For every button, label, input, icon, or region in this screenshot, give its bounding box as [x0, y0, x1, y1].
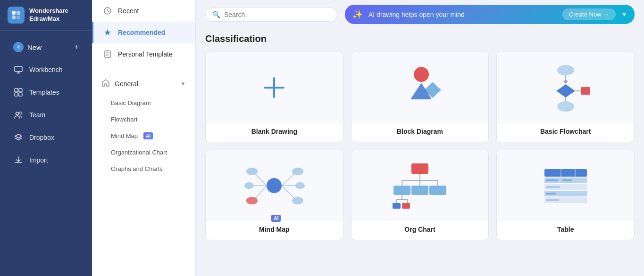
- graphs-charts-label: Graphs and Charts: [111, 165, 163, 172]
- sub-item-flowchart[interactable]: Flowchart: [92, 111, 195, 128]
- card-visual-mindmap: [206, 150, 343, 221]
- svg-point-34: [292, 168, 303, 175]
- svg-rect-23: [581, 87, 590, 95]
- workbench-icon: [13, 65, 24, 75]
- sub-item-mind-map[interactable]: Mind Map AI: [92, 128, 195, 144]
- search-icon: 🔍: [212, 11, 220, 18]
- svg-line-33: [282, 174, 294, 186]
- recommended-label: Recommended: [118, 29, 165, 36]
- search-input[interactable]: [224, 11, 330, 18]
- card-visual-block: [351, 52, 489, 123]
- svg-line-31: [255, 186, 267, 198]
- card-org-chart[interactable]: Org Chart: [351, 150, 489, 240]
- import-icon: [13, 155, 24, 165]
- svg-rect-47: [429, 186, 446, 195]
- mind-map-label: Mind Map: [111, 132, 138, 139]
- card-mind-map[interactable]: Mind Map AI: [205, 150, 343, 240]
- card-visual-table: [497, 150, 634, 221]
- svg-rect-1: [17, 11, 20, 15]
- main-content: 🔍 ✨ AI drawing helps open your mind Crea…: [196, 0, 644, 276]
- general-icon: [101, 79, 110, 89]
- sidebar-item-new[interactable]: + New +: [4, 36, 88, 58]
- ai-banner-text: AI drawing helps open your mind: [368, 11, 557, 18]
- ai-banner[interactable]: ✨ AI drawing helps open your mind Create…: [345, 5, 635, 24]
- svg-marker-20: [563, 81, 568, 84]
- sub-item-basic-diagram[interactable]: Basic Diagram: [92, 95, 195, 111]
- svg-point-36: [295, 182, 305, 189]
- card-visual-blank: [206, 52, 343, 123]
- sidebar-item-import[interactable]: Import: [4, 149, 88, 171]
- content-area: Classification Blank Drawing: [196, 29, 644, 276]
- svg-point-18: [557, 65, 574, 75]
- svg-point-10: [19, 112, 22, 114]
- svg-rect-54: [544, 169, 587, 177]
- sidebar-item-dropbox[interactable]: Dropbox: [4, 127, 88, 148]
- svg-point-28: [246, 168, 258, 175]
- card-label-blank-drawing: Blank Drawing: [206, 123, 343, 142]
- svg-rect-45: [393, 186, 410, 195]
- svg-point-32: [246, 197, 258, 204]
- svg-rect-63: [546, 186, 560, 188]
- sidebar-item-team[interactable]: Team: [4, 104, 88, 126]
- sidebar: Wondershare EdrawMax + New + Workbench: [0, 0, 92, 276]
- svg-rect-5: [15, 89, 18, 92]
- sidebar-item-templates[interactable]: Templates: [4, 81, 88, 103]
- section-title: Classification: [205, 33, 635, 44]
- basic-diagram-label: Basic Diagram: [111, 99, 151, 106]
- svg-marker-21: [556, 84, 575, 97]
- middle-panel: Recent Recommended Personal Template Gen…: [92, 0, 196, 276]
- card-blank-drawing[interactable]: Blank Drawing: [205, 52, 343, 142]
- chevron-down-icon: ▼: [180, 81, 186, 87]
- sidebar-new-label: New: [27, 43, 42, 51]
- svg-line-27: [255, 174, 267, 186]
- svg-rect-7: [15, 93, 18, 96]
- card-label-basic-flowchart: Basic Flowchart: [497, 123, 634, 142]
- card-basic-flowchart[interactable]: Basic Flowchart: [496, 52, 635, 142]
- team-label: Team: [29, 111, 45, 119]
- general-section-label: General: [115, 80, 176, 88]
- recommended-icon: [103, 28, 112, 37]
- svg-rect-8: [19, 93, 22, 96]
- create-now-button[interactable]: Create Now →: [562, 8, 616, 20]
- divider: [92, 69, 195, 69]
- dropbox-label: Dropbox: [29, 134, 54, 141]
- svg-rect-0: [12, 11, 16, 15]
- svg-point-30: [244, 182, 254, 189]
- app-logo: Wondershare EdrawMax: [0, 0, 92, 31]
- org-chart-label: Organizational Chart: [111, 149, 167, 156]
- card-label-block-diagram: Block Diagram: [351, 123, 489, 142]
- svg-point-26: [267, 178, 282, 193]
- svg-point-9: [16, 112, 19, 115]
- card-block-diagram[interactable]: Block Diagram: [351, 52, 489, 142]
- logo-icon: [8, 7, 25, 24]
- svg-rect-46: [411, 186, 428, 195]
- svg-point-25: [557, 101, 574, 112]
- middle-item-recent[interactable]: Recent: [92, 0, 195, 22]
- svg-point-38: [292, 197, 303, 204]
- sub-item-org-chart[interactable]: Organizational Chart: [92, 144, 195, 161]
- card-table[interactable]: Table: [496, 150, 635, 240]
- card-visual-flowchart: [497, 52, 634, 123]
- section-header-general[interactable]: General ▼: [92, 73, 195, 95]
- svg-line-37: [282, 186, 294, 198]
- templates-icon: [13, 87, 24, 97]
- templates-label: Templates: [29, 89, 59, 96]
- svg-rect-3: [17, 16, 20, 19]
- search-box[interactable]: 🔍: [205, 8, 337, 22]
- card-label-mind-map: Mind Map: [206, 221, 343, 240]
- sidebar-nav: + New + Workbench: [0, 31, 92, 177]
- svg-rect-6: [19, 89, 22, 92]
- middle-item-recommended[interactable]: Recommended: [92, 22, 195, 43]
- personal-template-label: Personal Template: [118, 50, 173, 58]
- ai-badge-mind-map: AI: [143, 132, 153, 139]
- card-visual-orgchart: [351, 150, 489, 221]
- middle-item-personal-template[interactable]: Personal Template: [92, 43, 195, 65]
- new-extra-plus-icon: +: [75, 43, 79, 51]
- ai-badge-card-mindmap: AI: [271, 215, 281, 222]
- new-plus-icon: +: [13, 42, 24, 52]
- sub-item-graphs-charts[interactable]: Graphs and Charts: [92, 161, 195, 177]
- banner-chevron-icon: ▼: [621, 11, 627, 18]
- svg-rect-53: [402, 203, 410, 209]
- svg-rect-64: [546, 193, 556, 195]
- sidebar-item-workbench[interactable]: Workbench: [4, 59, 88, 81]
